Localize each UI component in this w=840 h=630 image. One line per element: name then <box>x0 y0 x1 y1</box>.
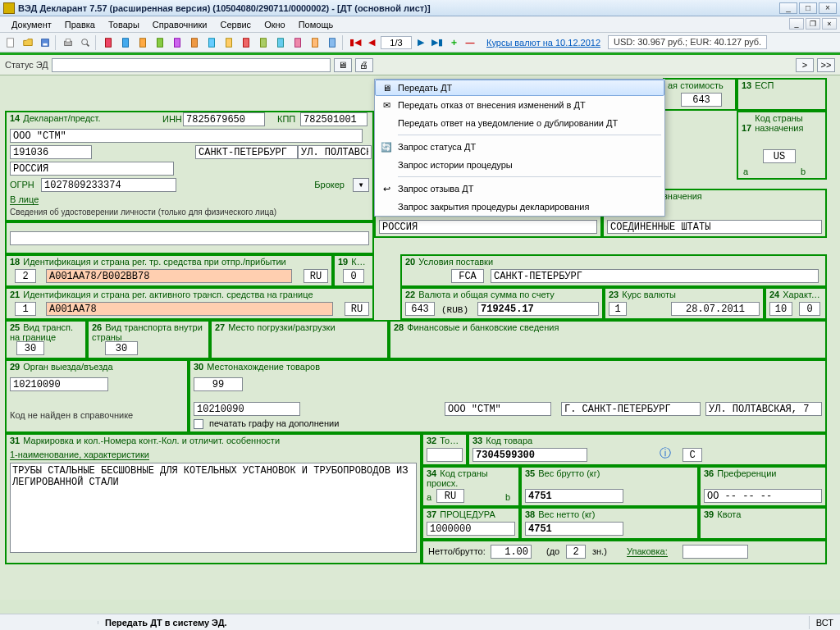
cell38-input[interactable] <box>525 522 623 536</box>
cell30-v4[interactable] <box>561 402 701 416</box>
tb-doc1-icon[interactable] <box>101 35 116 50</box>
last-page-icon[interactable]: ▶▮ <box>430 35 445 50</box>
cell23-val1[interactable] <box>609 302 627 316</box>
cell21-field3[interactable] <box>345 302 369 316</box>
cell30-checkbox[interactable] <box>194 419 203 429</box>
tb-doc3-icon[interactable] <box>135 35 150 50</box>
cell37-input[interactable] <box>427 522 515 536</box>
prev-page-icon[interactable]: ◀ <box>364 35 379 50</box>
cell22-val3[interactable] <box>477 302 599 316</box>
cell30-v2[interactable] <box>194 402 300 416</box>
mdi-close-button[interactable]: × <box>822 18 837 30</box>
pack-input[interactable] <box>682 545 748 559</box>
cell18-field3[interactable] <box>304 269 328 283</box>
inn-input[interactable] <box>183 112 265 124</box>
ed-status-btn1[interactable]: 🖥 <box>334 58 352 72</box>
menu-edit[interactable]: Правка <box>58 18 102 31</box>
cell20-val2[interactable] <box>491 269 819 283</box>
tb-print-icon[interactable] <box>61 35 75 50</box>
country-input[interactable] <box>10 162 174 176</box>
first-page-icon[interactable]: ▮◀ <box>348 35 363 50</box>
pm-send-dt[interactable]: 🖥 Передать ДТ <box>375 80 664 96</box>
cell16-input[interactable] <box>379 220 597 234</box>
cell21-field1[interactable] <box>15 302 36 316</box>
pm-close-req[interactable]: Запрос закрытия процедуры декларирования <box>375 198 664 216</box>
menu-window[interactable]: Окно <box>258 18 292 31</box>
tb-doc5-icon[interactable] <box>170 35 185 50</box>
tb-doc14-icon[interactable] <box>325 35 340 50</box>
tb-doc4-icon[interactable] <box>153 35 167 50</box>
cell24-val1[interactable] <box>769 302 792 316</box>
cell33-input[interactable] <box>472 448 587 462</box>
tb-doc11-icon[interactable] <box>273 35 288 50</box>
cell26-input[interactable] <box>105 341 138 355</box>
tb-new-icon[interactable] <box>3 35 18 50</box>
cell32-input[interactable] <box>427 448 463 462</box>
tb-doc13-icon[interactable] <box>308 35 322 50</box>
netto-input[interactable] <box>491 545 532 559</box>
cell22-val1[interactable] <box>405 302 435 316</box>
tb-doc7-icon[interactable] <box>204 35 219 50</box>
maximize-button[interactable]: □ <box>799 2 817 14</box>
menu-goods[interactable]: Товары <box>102 18 146 31</box>
cell17-code-input[interactable] <box>763 149 796 163</box>
inperson-link[interactable]: В лице <box>10 194 39 205</box>
city-input[interactable] <box>195 145 298 159</box>
menu-document[interactable]: Документ <box>5 18 58 31</box>
tb-doc2-icon[interactable] <box>118 35 133 50</box>
ed-status-input[interactable] <box>52 58 331 72</box>
cell34-input[interactable] <box>436 489 464 503</box>
tb-doc10-icon[interactable] <box>256 35 271 50</box>
cell29-input[interactable] <box>10 377 108 391</box>
cell30-v3[interactable] <box>445 402 551 416</box>
add-page-icon[interactable]: ＋ <box>446 35 461 50</box>
menu-service[interactable]: Сервис <box>213 18 258 31</box>
tb-save-icon[interactable] <box>38 35 52 50</box>
tb-doc12-icon[interactable] <box>290 35 305 50</box>
mdi-minimize-button[interactable]: _ <box>789 18 804 30</box>
company-input[interactable] <box>10 129 363 143</box>
addr-input[interactable] <box>298 145 372 159</box>
cell31-sublink[interactable]: 1-наименование, характеристики <box>10 450 149 460</box>
cell18-field1[interactable] <box>15 269 36 283</box>
cell30-v5[interactable] <box>705 402 822 416</box>
pm-send-dup-answer[interactable]: Передать ответ на уведомление о дублиров… <box>375 114 664 132</box>
cell33-sub[interactable] <box>682 448 702 462</box>
pack-link[interactable]: Упаковка: <box>627 546 668 557</box>
pm-send-refuse[interactable]: ✉ Передать отказ от внесения изменений в… <box>375 96 664 114</box>
ed-status-btn2[interactable]: 🖨 <box>355 58 373 72</box>
cell19-input[interactable] <box>343 269 364 283</box>
cell31-text[interactable] <box>10 463 417 553</box>
identity-input[interactable] <box>10 231 369 245</box>
cell25-input[interactable] <box>16 341 44 355</box>
cell20-val1[interactable] <box>451 269 484 283</box>
cell21-field2[interactable] <box>46 302 333 316</box>
pm-recall-req[interactable]: ↩ Запрос отзыва ДТ <box>375 180 664 198</box>
cell23-val2[interactable] <box>671 302 760 316</box>
cell35-input[interactable] <box>525 489 623 503</box>
tb-preview-icon[interactable] <box>78 35 93 50</box>
cell36-input[interactable] <box>704 489 822 503</box>
page-counter[interactable]: 1/3 <box>381 36 412 49</box>
tb-doc6-icon[interactable] <box>187 35 202 50</box>
next-page-icon[interactable]: ▶ <box>413 35 428 50</box>
del-page-icon[interactable]: — <box>463 35 477 50</box>
ed-nav-last[interactable]: >> <box>817 58 835 72</box>
broker-button[interactable]: ▾ <box>353 178 369 192</box>
pm-status-req[interactable]: 🔄 Запрос статуса ДТ <box>375 138 664 156</box>
cell24-val2[interactable] <box>799 302 820 316</box>
cell30-v1[interactable] <box>194 377 243 391</box>
minimize-button[interactable]: _ <box>779 2 797 14</box>
menu-help[interactable]: Помощь <box>292 18 340 31</box>
menu-refs[interactable]: Справочники <box>146 18 214 31</box>
do-input[interactable] <box>566 545 586 559</box>
cell17-input[interactable] <box>607 220 822 234</box>
postal-input[interactable] <box>10 145 92 159</box>
tb-doc8-icon[interactable] <box>221 35 236 50</box>
pm-history-req[interactable]: Запрос истории процедуры <box>375 156 664 174</box>
tb-open-icon[interactable] <box>21 35 35 50</box>
tb-doc9-icon[interactable] <box>239 35 253 50</box>
kpp-input[interactable] <box>300 112 368 124</box>
rates-link[interactable]: Курсы валют на 10.12.2012 <box>486 38 600 48</box>
esp-top-input[interactable] <box>681 93 722 107</box>
